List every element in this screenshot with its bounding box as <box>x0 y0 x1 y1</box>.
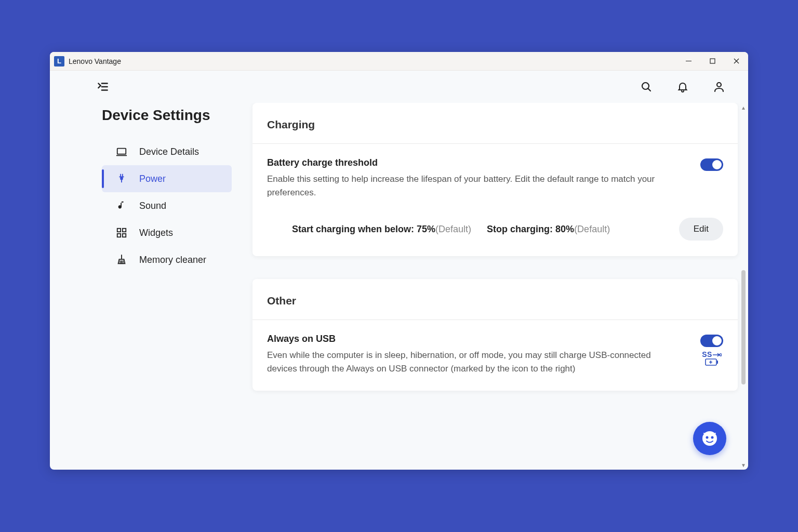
scroll-up-icon[interactable]: ▲ <box>740 104 747 111</box>
battery-plus-icon <box>705 358 719 366</box>
titlebar: L Lenovo Vantage <box>50 52 748 71</box>
svg-point-26 <box>711 436 714 439</box>
svg-rect-14 <box>117 234 121 237</box>
maximize-button[interactable] <box>700 52 724 71</box>
content-body: Device Settings Device Details Power <box>50 103 748 470</box>
charging-card: Charging Battery charge threshold Enable… <box>252 103 738 256</box>
sidebar: Device Settings Device Details Power <box>50 103 247 470</box>
svg-line-8 <box>648 88 650 91</box>
search-icon[interactable] <box>639 79 654 94</box>
app-window: L Lenovo Vantage <box>50 52 748 470</box>
sidebar-item-label: Widgets <box>139 228 173 238</box>
main-content: Charging Battery charge threshold Enable… <box>247 103 748 470</box>
sidebar-item-power[interactable]: Power <box>102 165 232 192</box>
svg-rect-12 <box>117 229 121 232</box>
app-icon: L <box>54 56 64 66</box>
widgets-icon <box>115 227 128 239</box>
scroll-thumb[interactable] <box>741 270 746 384</box>
battery-threshold-toggle[interactable] <box>700 158 723 171</box>
always-on-usb-toggle[interactable] <box>700 335 723 347</box>
close-button[interactable] <box>724 52 748 71</box>
toolbar <box>50 71 748 103</box>
app-title: Lenovo Vantage <box>69 57 121 65</box>
stop-charging-text: Stop charging: 80%(Default) <box>487 224 610 235</box>
sidebar-item-widgets[interactable]: Widgets <box>102 219 232 246</box>
sidebar-item-label: Device Details <box>139 147 199 157</box>
account-icon[interactable] <box>712 79 726 94</box>
svg-rect-1 <box>710 59 715 63</box>
music-note-icon <box>115 200 128 212</box>
start-charging-text: Start charging when below: 75%(Default) <box>292 224 471 235</box>
other-card: Other Always on USB Even while the compu… <box>252 279 738 391</box>
edit-button[interactable]: Edit <box>679 218 723 241</box>
always-on-usb-desc: Even while the computer is in sleep, hib… <box>267 349 677 375</box>
svg-rect-15 <box>123 234 126 237</box>
svg-point-9 <box>717 83 721 87</box>
svg-rect-10 <box>117 149 126 154</box>
sidebar-item-sound[interactable]: Sound <box>102 192 232 219</box>
notifications-icon[interactable] <box>675 79 690 94</box>
vertical-scrollbar[interactable]: ▲ ▼ <box>740 104 747 469</box>
battery-threshold-title: Battery charge threshold <box>267 157 685 168</box>
sidebar-item-label: Memory cleaner <box>139 255 206 265</box>
sidebar-item-device-details[interactable]: Device Details <box>102 138 232 165</box>
sidebar-item-memory-cleaner[interactable]: Memory cleaner <box>102 246 232 273</box>
svg-point-25 <box>706 436 709 439</box>
charging-header: Charging <box>252 103 738 144</box>
other-header: Other <box>252 279 738 320</box>
assistant-fab[interactable] <box>693 422 726 455</box>
always-on-usb-title: Always on USB <box>267 334 677 344</box>
plug-icon <box>115 172 128 185</box>
sidebar-item-label: Sound <box>139 201 166 211</box>
svg-rect-21 <box>717 361 718 364</box>
battery-threshold-desc: Enable this setting to help increase the… <box>267 172 685 199</box>
minimize-button[interactable] <box>676 52 700 71</box>
menu-toggle-icon[interactable] <box>96 79 110 94</box>
ss-usb-icon: SS <box>702 350 722 358</box>
sidebar-item-label: Power <box>139 174 166 184</box>
scroll-down-icon[interactable]: ▼ <box>740 461 747 469</box>
page-title: Device Settings <box>102 107 247 124</box>
broom-icon <box>115 254 128 266</box>
svg-rect-13 <box>123 229 126 232</box>
laptop-icon <box>115 145 128 158</box>
